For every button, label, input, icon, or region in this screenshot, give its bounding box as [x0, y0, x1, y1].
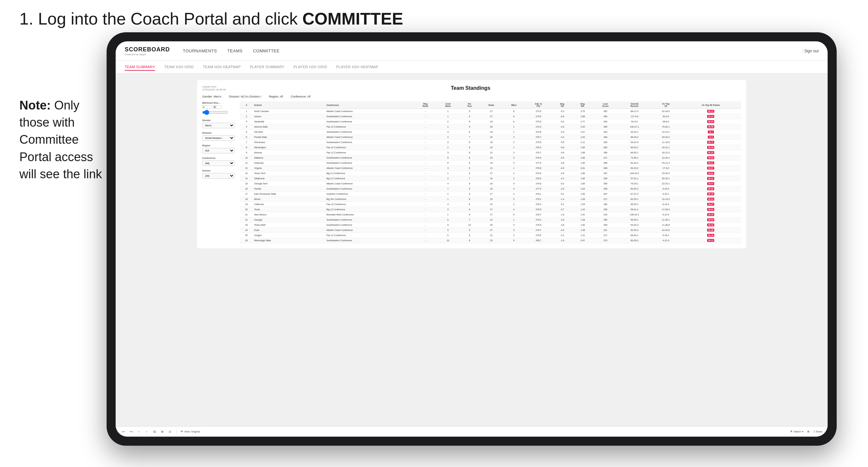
- table-row: 3 Vanderbilt Southeastern Conference — 2…: [240, 119, 741, 124]
- tablet-frame: SCOREBOARD Powered by clippd TOURNAMENTS…: [106, 32, 837, 446]
- conference-select[interactable]: (All): [202, 160, 235, 166]
- nav-item-committee[interactable]: COMMITTEE: [253, 47, 280, 55]
- col-rnds: Rnds: [480, 101, 503, 109]
- note-text: Note: Only those with Committee Portal a…: [20, 97, 110, 183]
- back-icon[interactable]: ‹: [136, 429, 142, 434]
- col-low-score: LowScore: [593, 101, 618, 109]
- step-bold: COMMITTEE: [302, 9, 403, 28]
- col-school: School: [253, 101, 326, 109]
- school-section: School (All): [202, 169, 235, 179]
- nav-item-tournaments[interactable]: TOURNAMENTS: [183, 47, 217, 55]
- col-conference: Conference: [325, 101, 414, 109]
- update-label: Update time:: [202, 85, 226, 88]
- table-row: 18 Illinois Big Ten Conference — 1 8 23 …: [240, 197, 741, 202]
- conference-section: Conference (All): [202, 157, 235, 166]
- standings-card: Update time: 27/03/2024 16:56:26 Team St…: [197, 80, 746, 248]
- division-filter: Division: NCAA Division I: [229, 95, 261, 98]
- table-row: 2 Auburn Southeastern Conference — 1 9 2…: [240, 114, 741, 119]
- share-icon: ⤴: [813, 430, 815, 433]
- table-row: 26 Mississippi State Southeastern Confer…: [240, 238, 741, 243]
- table-row: 12 Virginia Atlantic Coast Conference — …: [240, 166, 741, 171]
- nav-items: TOURNAMENTS TEAMS COMMITTEE: [183, 47, 802, 55]
- col-avg-rd: Avg.Rd.: [572, 101, 593, 109]
- min-rounds-input[interactable]: [202, 105, 211, 109]
- toolbar-right: 👁 Watch ▾ ⊞ ⤴ Share: [790, 430, 823, 433]
- col-rank: #: [240, 101, 253, 109]
- table-row: 1 North Carolina Atlantic Coast Conferen…: [240, 109, 741, 114]
- gender-section: Gender Men's: [202, 119, 235, 128]
- col-avg-sg: Avg.SG: [552, 101, 572, 109]
- copy-icon[interactable]: ⧉: [152, 429, 157, 434]
- table-row: 7 Tennessee Southeastern Conference — 4 …: [240, 140, 741, 145]
- gender-select[interactable]: Men's: [202, 123, 235, 128]
- region-select[interactable]: N/A: [202, 148, 235, 153]
- table-row: 23 Texas A&M Southeastern Conference — 9…: [240, 222, 741, 228]
- paste-icon[interactable]: ⊕: [160, 429, 165, 434]
- table-row: 16 Florida Southeastern Conference — 7 9…: [240, 186, 741, 191]
- sub-nav: TEAM SUMMARY TEAM H2H GRID TEAM H2H HEAT…: [116, 61, 828, 74]
- table-row: 14 Oklahoma Big 12 Conference — 2 7 24 2…: [240, 176, 741, 181]
- table-area: # School Conference RegRank ConfRank NoT…: [240, 101, 741, 243]
- min-rounds-filter: Minimum Rou...: [202, 101, 235, 116]
- sign-out-link[interactable]: Sign out: [802, 49, 819, 53]
- sidebar-filters: Minimum Rou... Gender Men's: [202, 101, 235, 243]
- table-row: 9 Arizona Pac-12 Conference — 3 8 22 2 2…: [240, 150, 741, 155]
- rounds-slider[interactable]: [202, 110, 228, 115]
- division-select[interactable]: NCAA Division I: [202, 135, 235, 141]
- view-original-btn[interactable]: 👁 View: Original: [181, 430, 200, 433]
- table-row: 20 Texas Big 12 Conference — 3 9 27 4 27…: [240, 207, 741, 212]
- col-wins: Wins: [503, 101, 525, 109]
- watch-btn[interactable]: 👁 Watch ▾: [790, 430, 803, 433]
- logo-sub: Powered by clippd: [125, 53, 170, 56]
- redo-icon[interactable]: ↪: [129, 429, 134, 434]
- sub-nav-player-h2h-heatmap[interactable]: PLAYER H2H HEATMAP: [336, 64, 378, 70]
- conference-filter: Conference: All: [291, 95, 310, 98]
- table-row: 22 Georgia Southeastern Conference — 8 7…: [240, 217, 741, 222]
- table-row: 4 Arizona State Pac-12 Conference — 1 9 …: [240, 124, 741, 129]
- undo-icon[interactable]: ↩: [121, 429, 126, 434]
- rounds-range: [202, 105, 235, 109]
- table-row: 8 Washington Pac-12 Conference — 2 8 23 …: [240, 145, 741, 150]
- card-title: Team Standings: [451, 85, 490, 91]
- table-row: 11 Arkansas Southeastern Conference — 6 …: [240, 160, 741, 166]
- sub-nav-player-h2h-grid[interactable]: PLAYER H2H GRID: [293, 64, 327, 70]
- step-text-part: Log into the Coach Portal and click: [38, 9, 302, 28]
- sub-nav-team-h2h-heatmap[interactable]: TEAM H2H HEATMAP: [203, 64, 241, 70]
- main-content: Update time: 27/03/2024 16:56:26 Team St…: [116, 74, 828, 426]
- settings-icon[interactable]: ⊙: [167, 429, 173, 434]
- region-section: Region N/A: [202, 144, 235, 153]
- step-instruction: 1. Log into the Coach Portal and click C…: [20, 9, 403, 28]
- table-row: 17 East Tennessee State Southern Confere…: [240, 191, 741, 197]
- view-icon: 👁: [181, 430, 183, 433]
- share-btn[interactable]: ⤴ Share: [813, 430, 823, 433]
- nav-item-teams[interactable]: TEAMS: [227, 47, 243, 55]
- school-select[interactable]: (All): [202, 173, 235, 179]
- update-time-block: Update time: 27/03/2024 16:56:26: [202, 85, 226, 91]
- table-row: 19 California Pac-12 Conference — 4 8 24…: [240, 202, 741, 207]
- table-row: 6 Florida State Atlantic Coast Conferenc…: [240, 135, 741, 140]
- max-rounds-input[interactable]: [213, 105, 222, 109]
- sub-nav-team-h2h-grid[interactable]: TEAM H2H GRID: [164, 64, 193, 70]
- screenshot-btn[interactable]: ⊞: [807, 430, 809, 433]
- standings-table: # School Conference RegRank ConfRank NoT…: [240, 101, 741, 243]
- logo-main: SCOREBOARD: [125, 46, 170, 53]
- col-vs-top25: Vs Top25: [651, 101, 681, 109]
- sub-nav-player-summary[interactable]: PLAYER SUMMARY: [250, 64, 284, 70]
- table-row: 10 Alabama Southeastern Conference — 5 8…: [240, 155, 741, 160]
- col-reg-rank: RegRank: [414, 101, 437, 109]
- sub-nav-team-summary[interactable]: TEAM SUMMARY: [125, 64, 155, 71]
- forward-icon[interactable]: ›: [144, 429, 149, 434]
- gender-filter: Gender: Men's: [202, 95, 221, 98]
- col-no-tour: NoTour: [459, 101, 480, 109]
- table-row: 5 Ole Miss Southeastern Conference — 3 6…: [240, 129, 741, 135]
- card-header: Update time: 27/03/2024 16:56:26 Team St…: [202, 85, 741, 91]
- division-section: Division NCAA Division I: [202, 131, 235, 141]
- note-bold: Note:: [20, 98, 51, 112]
- table-body: 1 North Carolina Atlantic Coast Conferen…: [240, 109, 741, 243]
- col-overall: OverallRecord: [618, 101, 651, 109]
- table-row: 24 Duke Atlantic Coast Conference — 5 9 …: [240, 228, 741, 233]
- update-time-value: 27/03/2024 16:56:26: [202, 88, 226, 91]
- content-area: Minimum Rou... Gender Men's: [202, 101, 741, 243]
- region-filter: Region: All: [269, 95, 283, 98]
- watch-icon: 👁: [790, 430, 793, 433]
